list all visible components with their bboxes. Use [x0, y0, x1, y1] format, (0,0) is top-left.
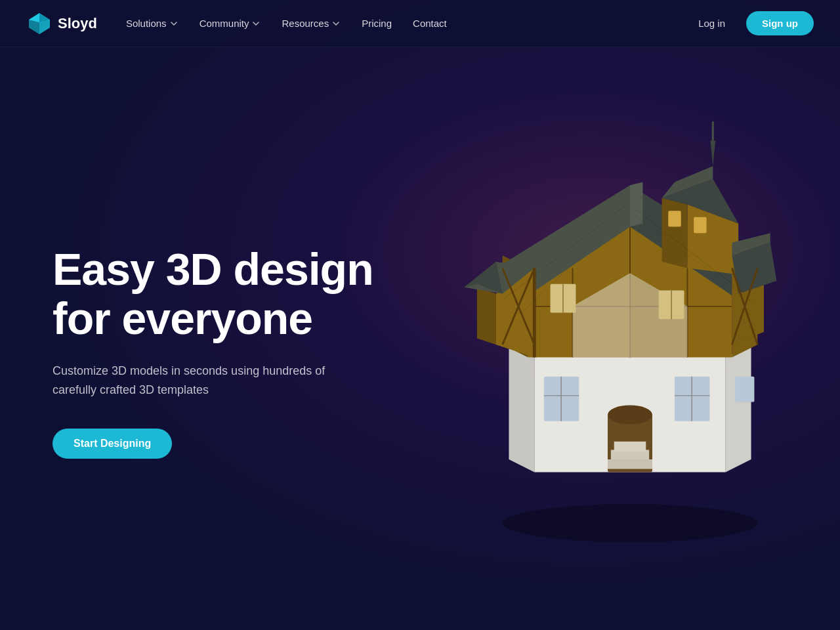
hero-subtitle: Customize 3D models in seconds using hun…	[52, 362, 368, 400]
chevron-down-icon	[251, 19, 261, 28]
login-button[interactable]: Log in	[688, 12, 736, 34]
nav-right: Log in Sign up	[688, 11, 814, 35]
start-designing-button[interactable]: Start Designing	[52, 429, 172, 459]
nav-item-community[interactable]: Community	[192, 12, 269, 34]
svg-marker-8	[726, 345, 751, 472]
nav-item-solutions[interactable]: Solutions	[118, 12, 186, 34]
svg-point-42	[608, 405, 652, 424]
nav-links: Solutions Community Resources Pricing	[118, 12, 455, 34]
hero-title: Easy 3D design for everyone	[52, 245, 420, 343]
chevron-down-icon	[331, 19, 341, 28]
svg-rect-30	[694, 217, 706, 233]
signup-button[interactable]: Sign up	[746, 11, 814, 35]
nav-item-contact[interactable]: Contact	[405, 12, 455, 34]
svg-marker-22	[630, 182, 642, 226]
nav-left: Sloyd Solutions Community Resources	[26, 10, 455, 37]
svg-rect-52	[614, 442, 646, 452]
svg-rect-50	[608, 459, 652, 469]
svg-marker-27	[710, 140, 715, 166]
svg-rect-51	[611, 450, 649, 459]
hero-content: Easy 3D design for everyone Customize 3D…	[52, 219, 420, 458]
hero-section: Easy 3D design for everyone Customize 3D…	[0, 47, 840, 630]
nav-item-resources[interactable]: Resources	[274, 12, 348, 34]
building-illustration	[440, 102, 820, 549]
logo-text: Sloyd	[58, 15, 97, 32]
nav-item-pricing[interactable]: Pricing	[354, 12, 400, 34]
logo-icon	[26, 10, 52, 37]
svg-point-5	[503, 504, 758, 542]
hero-visual	[420, 47, 840, 630]
svg-rect-29	[668, 211, 681, 226]
logo[interactable]: Sloyd	[26, 10, 97, 37]
chevron-down-icon	[169, 19, 178, 28]
svg-marker-32	[477, 287, 496, 345]
svg-rect-58	[735, 377, 754, 402]
navbar: Sloyd Solutions Community Resources	[0, 0, 840, 47]
svg-marker-24	[662, 198, 688, 268]
svg-marker-7	[509, 345, 534, 472]
